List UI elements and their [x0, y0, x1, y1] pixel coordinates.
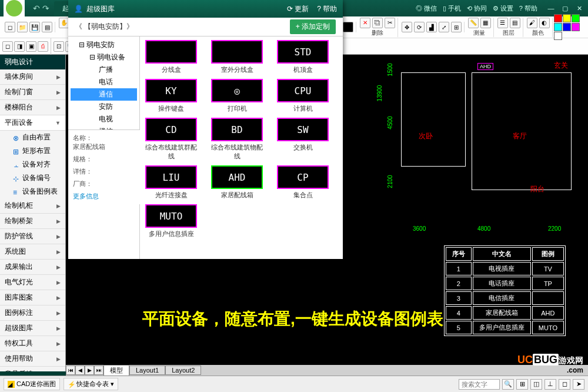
mirror-icon[interactable]: ▟: [426, 22, 437, 32]
symbol-cell[interactable]: ◎打印机: [209, 79, 265, 113]
tb2-icon[interactable]: ◨: [14, 41, 25, 52]
color-blue[interactable]: [563, 23, 571, 31]
rotate-icon[interactable]: ⟳: [414, 22, 425, 32]
delete-icon[interactable]: ✕: [360, 18, 370, 28]
color-green[interactable]: [572, 14, 580, 22]
breadcrumb[interactable]: 《 【弱电安防】 》: [75, 22, 133, 32]
area-icon[interactable]: ▦: [480, 18, 491, 28]
placed-symbol[interactable]: AHD: [477, 63, 493, 70]
sidebar-item[interactable]: 楼梯阳台▶: [0, 100, 65, 115]
array-icon[interactable]: ⊞: [451, 22, 462, 32]
status-app[interactable]: ◢CAD迷你画图: [4, 378, 60, 390]
tree-item[interactable]: 电视: [71, 113, 137, 125]
sidebar-item[interactable]: 绘制机柜▶: [0, 198, 65, 214]
tree-item[interactable]: ⊟ 弱电安防: [71, 39, 137, 51]
tab-first-icon[interactable]: ⏮: [66, 366, 75, 375]
sidebar-item[interactable]: 使用帮助▶: [0, 351, 65, 367]
search-input[interactable]: [459, 379, 500, 390]
sidebar-sub-rect[interactable]: ⊞矩形布置: [0, 144, 65, 158]
saveas-icon[interactable]: ▤: [42, 22, 52, 32]
snap-icon[interactable]: ◫: [530, 379, 542, 390]
sidebar-item[interactable]: 系统图▶: [0, 244, 65, 260]
osnap-icon[interactable]: ◻: [559, 379, 570, 390]
sidebar-sub-align[interactable]: ⫠设备对齐: [0, 158, 65, 171]
tree-item[interactable]: 安防: [71, 101, 137, 113]
pdf-icon[interactable]: ⎙: [38, 41, 48, 52]
more-info-link[interactable]: 更多信息: [73, 192, 135, 201]
sidebar-item[interactable]: 绘制桥架▶: [0, 214, 65, 229]
symbol-cell[interactable]: CP集合点: [275, 165, 330, 200]
tb2-icon[interactable]: ▣: [26, 41, 36, 52]
symbol-cell[interactable]: LIU光纤连接盘: [143, 165, 199, 200]
tab-layout1[interactable]: Layout1: [129, 366, 165, 375]
refresh-button[interactable]: ⟳ 更新: [287, 4, 309, 14]
symbol-cell[interactable]: CPU计算机: [275, 79, 330, 113]
color-magenta[interactable]: [572, 23, 580, 31]
cut-icon[interactable]: ✂: [385, 18, 395, 28]
tab-model[interactable]: 模型: [103, 365, 129, 376]
sidebar-item[interactable]: 图库图案▶: [0, 290, 65, 305]
sidebar-item[interactable]: 特权工具▶: [0, 336, 65, 351]
redo-icon[interactable]: ↷: [42, 4, 49, 13]
color-yellow[interactable]: [563, 14, 571, 22]
layer-icon[interactable]: ☰: [497, 18, 508, 28]
color-cyan[interactable]: [554, 23, 562, 31]
color-picker-icon[interactable]: [343, 22, 353, 32]
move-icon[interactable]: ✥: [402, 22, 412, 32]
new-icon[interactable]: ◻: [5, 22, 15, 32]
symbol-cell[interactable]: CD综合布线建筑群配线: [143, 118, 199, 161]
symbol-cell[interactable]: KY操作键盘: [143, 79, 199, 113]
tree-item[interactable]: 广播: [71, 64, 137, 76]
sidebar-sub-free[interactable]: ⊗自由布置: [0, 131, 65, 144]
copy-icon[interactable]: ⿻: [372, 18, 383, 28]
tab-prev-icon[interactable]: ◀: [75, 366, 85, 375]
sidebar-item[interactable]: 成果输出▶: [0, 260, 65, 275]
tree-item[interactable]: 电话: [71, 76, 137, 88]
tb2-icon[interactable]: ⊡: [54, 41, 64, 52]
symbol-cell[interactable]: MUTO多用户信息插座: [143, 204, 199, 238]
close-window-icon[interactable]: ✕: [574, 4, 584, 12]
layer2-icon[interactable]: ▤: [510, 18, 520, 28]
tree-item[interactable]: ⊟ 弱电设备: [71, 51, 137, 64]
undo-icon[interactable]: ↶: [33, 4, 40, 13]
color-white[interactable]: [554, 32, 562, 40]
paint-icon[interactable]: 🖌: [527, 18, 537, 28]
ortho-icon[interactable]: ⊥: [544, 379, 556, 390]
minimize-icon[interactable]: —: [546, 4, 556, 12]
wechat-link[interactable]: ◎ 微信: [416, 4, 437, 13]
maximize-icon[interactable]: ▢: [560, 4, 570, 12]
symbol-cell[interactable]: BD综合布线建筑物配线: [209, 118, 265, 161]
save-icon[interactable]: 💾: [29, 22, 40, 32]
scale2-icon[interactable]: ⤢: [439, 22, 449, 32]
color-red[interactable]: [554, 14, 562, 22]
sidebar-item-plane-device[interactable]: 平面设备▼: [0, 115, 65, 131]
tb2-icon[interactable]: ◻: [2, 41, 13, 52]
sidebar-sub-legend[interactable]: ≡设备图例表: [0, 185, 65, 198]
symbol-cell[interactable]: 室外分线盒: [209, 40, 265, 74]
tab-layout2[interactable]: Layout2: [165, 366, 201, 375]
symbol-cell[interactable]: STD机顶盒: [275, 40, 330, 74]
collab-link[interactable]: ⟲ 协同: [467, 4, 487, 13]
tree-item-selected[interactable]: 通信: [71, 88, 137, 101]
open-icon[interactable]: 📁: [17, 22, 28, 32]
tab-next-icon[interactable]: ▶: [85, 366, 94, 375]
tab-last-icon[interactable]: ⏭: [94, 366, 103, 375]
sidebar-item[interactable]: 电气灯光▶: [0, 275, 65, 290]
chevron-icon[interactable]: ➤: [573, 379, 584, 390]
phone-link[interactable]: ▯ 手机: [443, 4, 461, 13]
grid-icon[interactable]: ⊞: [516, 379, 528, 390]
sidebar-item[interactable]: 图例标注▶: [0, 305, 65, 321]
other-icon[interactable]: ◐: [539, 18, 550, 28]
status-shortcut[interactable]: ⚡快捷命令表▾: [64, 378, 118, 390]
sidebar-item[interactable]: 绘制门窗▶: [0, 85, 65, 100]
symbol-cell[interactable]: 分线盒: [143, 40, 199, 74]
measure-icon[interactable]: 📏: [468, 18, 479, 28]
sidebar-item[interactable]: 墙体房间▶: [0, 69, 65, 85]
symbol-cell[interactable]: SW交换机: [275, 118, 330, 161]
help-link[interactable]: ? 帮助: [519, 4, 537, 13]
user-avatar[interactable]: [4, 0, 25, 19]
sidebar-item[interactable]: 防护管线▶: [0, 229, 65, 244]
help-button[interactable]: ? 帮助: [317, 4, 337, 14]
sidebar-sub-number[interactable]: ⊹设备编号: [0, 171, 65, 185]
sidebar-item[interactable]: 超级图库▶: [0, 321, 65, 336]
